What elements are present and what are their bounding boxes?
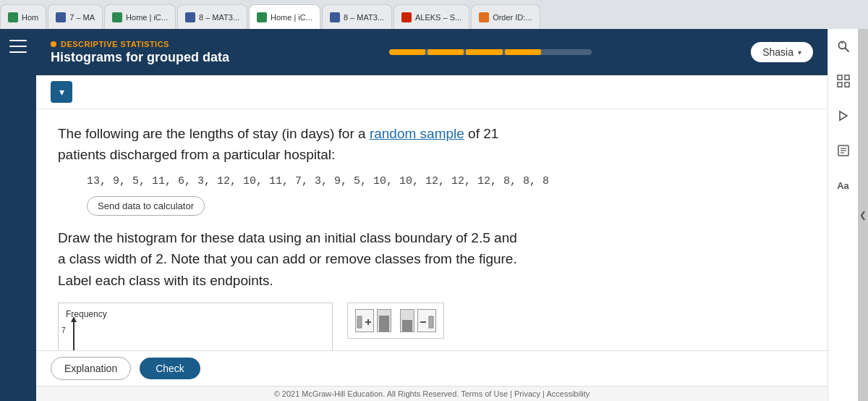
content-area: DESCRIPTIVE STATISTICS Histograms for gr…	[36, 29, 827, 401]
user-name: Shasia	[762, 46, 793, 58]
header-subtitle: DESCRIPTIVE STATISTICS	[51, 40, 229, 48]
font-tool-icon[interactable]: Aa	[833, 175, 854, 195]
problem-text-2: of 21	[464, 126, 499, 141]
progress-seg-4	[505, 49, 541, 55]
tab-6-icon	[330, 12, 340, 22]
header-left: DESCRIPTIVE STATISTICS Histograms for gr…	[51, 40, 229, 65]
svg-rect-10	[838, 83, 842, 87]
random-sample-link[interactable]: random sample	[370, 126, 464, 141]
data-values: 13, 9, 5, 11, 6, 3, 12, 10, 11, 7, 3, 9,…	[87, 175, 806, 187]
hamburger-menu[interactable]	[9, 40, 27, 53]
add-remove-left-group	[355, 309, 391, 332]
tab-5[interactable]: Home | iC...	[249, 4, 320, 29]
add-remove-right-group	[400, 309, 436, 332]
instruction-2: for these data using an initial class bo…	[177, 230, 517, 245]
tab-7[interactable]: ALEKS – S...	[393, 4, 469, 29]
tab-2-label: 7 – MA	[69, 13, 95, 22]
tab-6[interactable]: 8 – MAT3...	[322, 4, 392, 29]
chart-grid	[73, 322, 319, 350]
y-axis-label: Frequency	[66, 309, 325, 319]
problem-text-3: patients discharged from a particular ho…	[58, 147, 335, 162]
progress-seg-3	[466, 49, 502, 55]
tab-3-icon	[112, 12, 122, 22]
tab-4-label: 8 – MAT3...	[199, 13, 239, 22]
svg-rect-11	[845, 83, 849, 87]
tab-4-icon	[185, 12, 195, 22]
header-title: Histograms for grouped data	[51, 50, 229, 65]
histogram-chart[interactable]: Frequency 7	[58, 303, 333, 350]
svg-marker-12	[840, 111, 847, 120]
chart-row: Frequency 7	[58, 303, 806, 350]
page-header: DESCRIPTIVE STATISTICS Histograms for gr…	[36, 29, 827, 75]
tab-7-label: ALEKS – S...	[415, 13, 461, 22]
histogram-link[interactable]: histogram	[116, 230, 176, 245]
add-column-left-icon[interactable]	[355, 309, 374, 332]
remove-column-right-icon[interactable]	[417, 309, 436, 332]
expand-bar: ▾	[36, 75, 827, 109]
svg-rect-0	[357, 316, 362, 328]
progress-seg-2	[427, 49, 464, 55]
collapse-arrow[interactable]: ❮	[858, 29, 868, 401]
progress-seg-1	[389, 49, 425, 55]
bottom-action-bar: Explanation Check	[36, 350, 827, 386]
grid-tool-icon[interactable]	[833, 71, 854, 91]
chevron-down-icon: ▾	[59, 86, 64, 98]
font-label: Aa	[837, 180, 849, 191]
explanation-button[interactable]: Explanation	[51, 357, 131, 380]
instruction-4: Label each class with its endpoints.	[58, 273, 273, 288]
footer-text: © 2021 McGraw-Hill Education. All Rights…	[274, 389, 590, 398]
bar-inner-left	[379, 316, 389, 332]
svg-line-6	[845, 48, 848, 52]
svg-rect-3	[429, 316, 433, 328]
right-tools-panel: Aa	[827, 29, 858, 401]
tab-5-label: Home | iC...	[271, 13, 312, 22]
page-footer: © 2021 McGraw-Hill Education. All Rights…	[36, 386, 827, 401]
problem-statement: The following are the lengths of stay (i…	[58, 124, 806, 165]
instruction-3: a class width of 2. Note that you can ad…	[58, 251, 517, 266]
play-tool-icon[interactable]	[833, 106, 854, 126]
tab-1-icon	[8, 12, 18, 22]
tab-2[interactable]: 7 – MA	[48, 4, 103, 29]
user-menu[interactable]: Shasia ▾	[751, 42, 813, 62]
svg-rect-8	[838, 75, 842, 80]
send-data-button[interactable]: Send data to calculator	[87, 196, 205, 216]
expand-button[interactable]: ▾	[51, 81, 72, 103]
instruction-text: Draw the histogram for these data using …	[58, 227, 806, 291]
collapse-icon: ❮	[859, 210, 867, 220]
browser-tab-bar: Hom 7 – MA Home | iC... 8 – MAT3... Home…	[0, 0, 868, 29]
tab-2-icon	[56, 12, 66, 22]
problem-text-1: The following are the lengths of stay (i…	[58, 126, 370, 141]
tab-1-label: Hom	[22, 13, 38, 22]
book-tool-icon[interactable]	[833, 140, 854, 161]
bar-inner-right	[402, 320, 412, 332]
tab-4[interactable]: 8 – MAT3...	[177, 4, 247, 29]
progress-bar	[389, 49, 592, 55]
left-bar-visual	[377, 309, 391, 332]
tab-5-icon	[257, 12, 267, 22]
class-controls[interactable]	[347, 303, 444, 339]
tick-7: 7	[61, 327, 66, 334]
tab-6-label: 8 – MAT3...	[344, 13, 384, 22]
tab-7-icon	[401, 12, 412, 22]
tab-3[interactable]: Home | iC...	[104, 4, 176, 29]
chevron-down-icon: ▾	[798, 48, 801, 56]
check-button[interactable]: Check	[140, 358, 200, 379]
progress-section	[229, 49, 751, 55]
search-tool-icon[interactable]	[833, 36, 854, 56]
instruction-1: Draw the	[58, 230, 116, 245]
tab-8[interactable]: Order ID:...	[471, 4, 540, 29]
chart-y-axis: 7	[66, 322, 325, 350]
main-content: The following are the lengths of stay (i…	[36, 109, 827, 350]
y-axis-arrow	[71, 316, 77, 322]
tab-1[interactable]: Hom	[0, 4, 46, 29]
left-sidebar	[0, 29, 36, 401]
svg-rect-9	[845, 75, 849, 80]
tab-8-icon	[479, 12, 489, 22]
send-data-label: Send data to calculator	[98, 200, 194, 211]
right-bar-visual	[400, 309, 414, 332]
tab-8-label: Order ID:...	[493, 13, 532, 22]
tab-3-label: Home | iC...	[126, 13, 168, 22]
explanation-label: Explanation	[64, 363, 117, 374]
check-label: Check	[156, 363, 184, 374]
